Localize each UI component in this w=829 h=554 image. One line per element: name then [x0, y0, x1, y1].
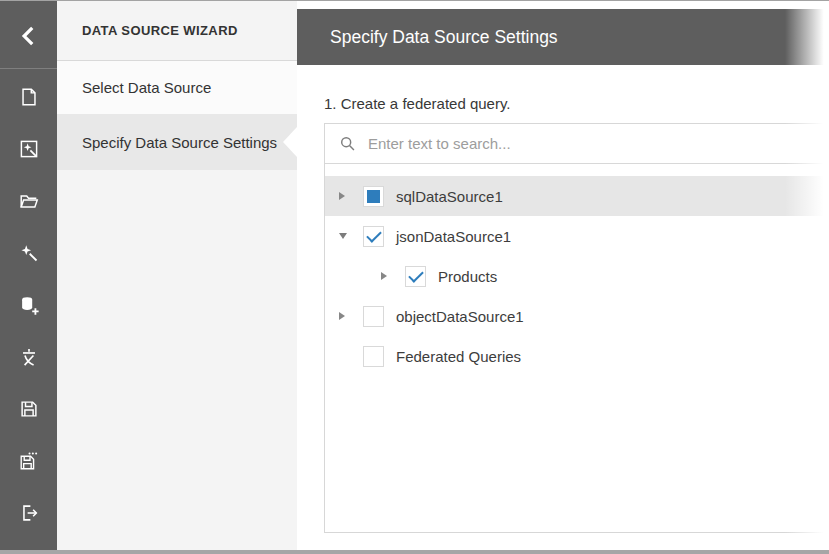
page-header: Specify Data Source Settings: [297, 9, 829, 65]
data-source-tree: sqlDataSource1 jsonDataSource1 Products …: [325, 164, 829, 376]
back-chevron-icon: [16, 22, 42, 48]
tree-item-label: Federated Queries: [396, 348, 521, 365]
wizard-panel-title: DATA SOURCE WIZARD: [57, 1, 297, 61]
tree-item-label: Products: [438, 268, 497, 285]
app-body: DATA SOURCE WIZARD Select Data Source Sp…: [0, 1, 829, 550]
page-body: 1. Create a federated query. sqlDataSour…: [297, 65, 829, 533]
checkbox[interactable]: [363, 186, 384, 207]
open-report-icon: [18, 190, 40, 212]
sidebar-button-new-report[interactable]: [0, 71, 57, 123]
wizard-step-select-data-source[interactable]: Select Data Source: [57, 61, 297, 114]
new-report-icon: [18, 86, 40, 108]
save-icon: [18, 398, 40, 420]
expander-icon[interactable]: [335, 306, 355, 326]
toolbar-sidebar: [0, 1, 57, 550]
tree-item-label: objectDataSource1: [396, 308, 524, 325]
search-input[interactable]: [368, 135, 819, 152]
sidebar-button-report-wizard[interactable]: [0, 123, 57, 175]
wizard-nav-panel: DATA SOURCE WIZARD Select Data Source Sp…: [57, 1, 297, 550]
sidebar-button-add-data-source[interactable]: [0, 279, 57, 331]
sidebar-button-exit[interactable]: [0, 487, 57, 539]
report-wizard-icon: [18, 138, 40, 160]
sidebar-button-design-in-report-wizard[interactable]: [0, 227, 57, 279]
localization-icon: [18, 346, 40, 368]
sidebar-button-open-report[interactable]: [0, 175, 57, 227]
sidebar-button-save-as[interactable]: [0, 435, 57, 487]
design-in-report-wizard-icon: [18, 242, 40, 264]
expander-icon[interactable]: [335, 226, 355, 246]
checkbox[interactable]: [405, 266, 426, 287]
expander-icon[interactable]: [335, 186, 355, 206]
save-as-icon: [18, 450, 40, 472]
tree-item-label: sqlDataSource1: [396, 188, 503, 205]
main-content: Specify Data Source Settings 1. Create a…: [297, 1, 829, 550]
search-icon: [339, 135, 356, 152]
data-source-wizard-window: DATA SOURCE WIZARD Select Data Source Sp…: [0, 0, 829, 554]
step-instruction: 1. Create a federated query.: [324, 94, 829, 114]
page-title: Specify Data Source Settings: [330, 27, 558, 48]
tree-row[interactable]: Products: [325, 256, 829, 296]
sidebar-button-save[interactable]: [0, 383, 57, 435]
checkbox[interactable]: [363, 346, 384, 367]
wizard-step-label: Specify Data Source Settings: [82, 134, 277, 151]
expander-icon[interactable]: [335, 346, 355, 366]
sidebar-button-localization[interactable]: [0, 331, 57, 383]
exit-icon: [18, 502, 40, 524]
tree-row[interactable]: objectDataSource1: [325, 296, 829, 336]
add-data-source-icon: [18, 294, 40, 316]
expander-icon[interactable]: [377, 266, 397, 286]
sidebar-icon-list: [0, 69, 57, 539]
tree-row[interactable]: jsonDataSource1: [325, 216, 829, 256]
tree-row[interactable]: sqlDataSource1: [325, 176, 829, 216]
tree-row[interactable]: Federated Queries: [325, 336, 829, 376]
back-button[interactable]: [0, 1, 57, 69]
wizard-step-specify-data-source-settings[interactable]: Specify Data Source Settings: [57, 114, 297, 170]
search-box: [325, 124, 829, 164]
window-bottom-edge: [0, 550, 829, 554]
checkbox[interactable]: [363, 226, 384, 247]
checkbox[interactable]: [363, 306, 384, 327]
tree-item-label: jsonDataSource1: [396, 228, 511, 245]
data-source-tree-panel: sqlDataSource1 jsonDataSource1 Products …: [324, 123, 829, 533]
wizard-step-label: Select Data Source: [82, 79, 211, 96]
